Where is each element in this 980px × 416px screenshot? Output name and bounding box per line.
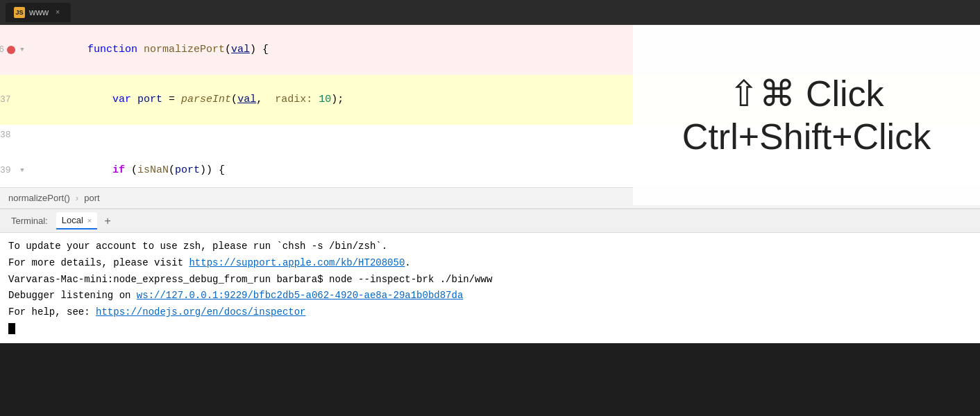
collapse-arrow-39[interactable]: ▼: [18, 166, 26, 175]
terminal-tab-local[interactable]: Local ×: [56, 212, 98, 229]
line-content-36: function normalizePort(val) {: [35, 25, 269, 75]
line-number-38: 38: [0, 128, 35, 143]
terminal-line-5: For help, see: https://nodejs.org/en/doc…: [8, 304, 972, 321]
line-number-39: 39 ▼: [0, 164, 35, 178]
terminal-tab-bar: Terminal: Local × +: [0, 209, 980, 233]
breadcrumb-function[interactable]: normalizePort(): [8, 193, 70, 203]
breadcrumb-separator: ›: [76, 193, 78, 203]
line-number-37: 37: [0, 93, 35, 107]
editor-tab[interactable]: JS www ×: [6, 3, 71, 22]
editor-area: 36 ▼ function normalizePort(val) { 37 va…: [0, 25, 980, 208]
debugger-ws-link[interactable]: ws://127.0.0.1:9229/bfbc2db5-a062-4920-a…: [137, 290, 463, 301]
hint-line2: Ctrl+Shift+Click: [682, 115, 931, 158]
terminal-cursor: [8, 323, 15, 334]
terminal-cursor-line: [8, 321, 972, 338]
tab-bar: JS www ×: [0, 0, 980, 25]
hint-line1: ⇧⌘ Click: [729, 72, 884, 115]
line-number-36: 36 ▼: [0, 43, 35, 58]
line-content-37: var port = parseInt(val, radix: 10);: [35, 75, 344, 125]
terminal-line-3: Varvaras-Mac-mini:node_express_debug_fro…: [8, 272, 972, 288]
tab-label: www: [29, 7, 49, 17]
terminal-label: Terminal:: [6, 213, 53, 229]
terminal-add-button[interactable]: +: [100, 214, 115, 229]
terminal-line-4: Debugger listening on ws://127.0.0.1:922…: [8, 288, 972, 304]
terminal-content: To update your account to use zsh, pleas…: [0, 233, 980, 343]
terminal-tab-label: Local: [62, 215, 83, 225]
terminal-line-2: For more details, please visit https://s…: [8, 255, 972, 272]
terminal-line-1: To update your account to use zsh, pleas…: [8, 239, 972, 255]
apple-support-link[interactable]: https://support.apple.com/kb/HT208050: [189, 257, 405, 268]
breakpoint-36: [7, 46, 15, 54]
line-content-39: if (isNaN(port)) {: [35, 146, 225, 187]
js-icon: JS: [14, 7, 25, 18]
keyboard-shortcut-overlay: ⇧⌘ Click Ctrl+Shift+Click: [633, 25, 980, 205]
tab-close-button[interactable]: ×: [53, 8, 62, 17]
nodejs-inspector-link[interactable]: https://nodejs.org/en/docs/inspector: [96, 306, 305, 318]
breadcrumb-variable[interactable]: port: [84, 193, 99, 203]
terminal-tab-close[interactable]: ×: [87, 216, 92, 225]
terminal-area: Terminal: Local × + To update your accou…: [0, 208, 980, 343]
collapse-arrow-36[interactable]: ▼: [18, 46, 26, 54]
